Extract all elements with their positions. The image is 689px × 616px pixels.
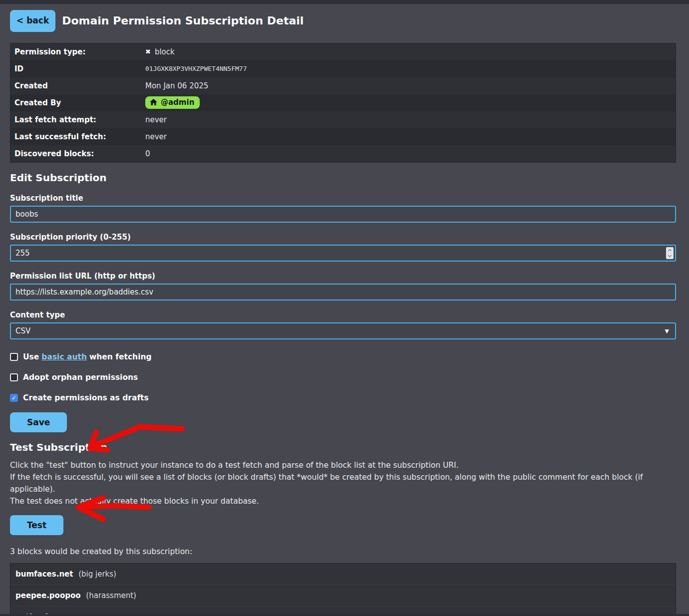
page-title: Domain Permission Subscription Detail bbox=[62, 14, 304, 27]
test-description: Click the "test" button to instruct your… bbox=[10, 459, 676, 507]
permission-type-value: block bbox=[155, 47, 175, 56]
edit-subscription-heading: Edit Subscription bbox=[10, 172, 676, 184]
test-description-line: If the fetch is successful, you will see… bbox=[10, 471, 676, 495]
created-by-admin-badge[interactable]: @admin bbox=[145, 96, 200, 109]
basic-auth-checkbox-label: Use basic auth when fetching bbox=[23, 352, 152, 361]
basic-auth-checkbox-row: Use basic auth when fetching bbox=[10, 352, 676, 361]
subscription-title-input[interactable] bbox=[10, 206, 676, 223]
block-x-icon: ✖ bbox=[145, 48, 151, 55]
created-date-value: Mon Jan 06 2025 bbox=[145, 81, 208, 90]
table-row-created-by: Created By @admin bbox=[10, 94, 676, 111]
block-domain: peepee.poopoo bbox=[15, 591, 81, 600]
permission-list-url-label: Permission list URL (http or https) bbox=[10, 272, 676, 281]
list-item: nothanks.com bbox=[10, 606, 676, 614]
adopt-orphans-checkbox[interactable] bbox=[10, 373, 18, 381]
table-row-created: Created Mon Jan 06 2025 bbox=[10, 77, 676, 94]
basic-auth-label-prefix: Use bbox=[23, 352, 39, 361]
last-fetch-attempt-value: never bbox=[145, 115, 167, 124]
table-row-permission-type: Permission type: ✖ block bbox=[10, 43, 676, 60]
create-drafts-checkbox-label: Create permissions as drafts bbox=[23, 393, 149, 402]
row-label: ID bbox=[14, 64, 145, 73]
domain-permission-subscription-detail-page: < back Domain Permission Subscription De… bbox=[0, 4, 689, 614]
content-type-select[interactable]: CSV ▼ bbox=[10, 322, 676, 339]
list-item: bumfaces.net (big jerks) bbox=[10, 564, 676, 585]
row-label: Created bbox=[14, 81, 145, 90]
list-item: peepee.poopoo (harassment) bbox=[10, 585, 676, 606]
subscription-title-label: Subscription title bbox=[10, 194, 676, 203]
subscription-priority-label: Subscription priority (0-255) bbox=[10, 233, 676, 242]
row-label: Permission type: bbox=[14, 47, 145, 56]
row-label: Created By bbox=[14, 98, 145, 107]
page-header: < back Domain Permission Subscription De… bbox=[10, 10, 676, 32]
home-icon bbox=[150, 99, 157, 106]
number-stepper[interactable] bbox=[666, 247, 674, 259]
subscription-priority-input[interactable] bbox=[10, 245, 676, 262]
row-label: Last successful fetch: bbox=[14, 132, 145, 141]
adopt-orphans-checkbox-label: Adopt orphan permissions bbox=[23, 373, 138, 382]
chevron-down-icon: ▼ bbox=[665, 327, 669, 334]
test-button[interactable]: Test bbox=[10, 515, 63, 535]
create-drafts-checkbox-row: ✓ Create permissions as drafts bbox=[10, 393, 676, 402]
block-domain: bumfaces.net bbox=[15, 570, 73, 579]
content-type-selected-value: CSV bbox=[15, 326, 30, 335]
row-label: Last fetch attempt: bbox=[14, 115, 145, 124]
basic-auth-checkbox[interactable] bbox=[10, 353, 18, 361]
test-description-line: Click the "test" button to instruct your… bbox=[10, 459, 676, 471]
block-comment: (big jerks) bbox=[78, 570, 116, 579]
row-value: ✖ block bbox=[145, 47, 175, 56]
content-type-label: Content type bbox=[10, 310, 676, 319]
save-button[interactable]: Save bbox=[10, 412, 67, 432]
discovered-blocks-value: 0 bbox=[145, 149, 150, 158]
table-row-last-successful-fetch: Last successful fetch: never bbox=[10, 128, 676, 145]
block-comment: (harassment) bbox=[86, 591, 136, 600]
subscription-details-table: Permission type: ✖ block ID 01JGXK8XP3VH… bbox=[10, 43, 676, 163]
basic-auth-link[interactable]: basic auth bbox=[41, 352, 87, 361]
table-row-last-fetch-attempt: Last fetch attempt: never bbox=[10, 111, 676, 128]
block-domain: nothanks.com bbox=[15, 613, 75, 614]
adopt-orphans-checkbox-row: Adopt orphan permissions bbox=[10, 373, 676, 382]
test-result-blocks-list: bumfaces.net (big jerks) peepee.poopoo (… bbox=[10, 563, 676, 614]
created-by-username: @admin bbox=[161, 98, 194, 107]
create-drafts-checkbox[interactable]: ✓ bbox=[10, 394, 18, 402]
test-subscription-heading: Test Subscription bbox=[10, 441, 676, 453]
basic-auth-label-suffix: when fetching bbox=[89, 352, 152, 361]
row-value: @admin bbox=[145, 96, 200, 109]
test-result-summary: 3 blocks would be created by this subscr… bbox=[10, 547, 676, 556]
stepper-down-icon[interactable] bbox=[668, 254, 672, 257]
table-row-discovered-blocks: Discovered blocks: 0 bbox=[10, 145, 676, 162]
row-label: Discovered blocks: bbox=[14, 149, 145, 158]
last-successful-fetch-value: never bbox=[145, 132, 167, 141]
subscription-id-value: 01JGXK8XP3VHXZPWET4NN5FM77 bbox=[145, 65, 247, 72]
back-button[interactable]: < back bbox=[10, 10, 55, 32]
table-row-id: ID 01JGXK8XP3VHXZPWET4NN5FM77 bbox=[10, 60, 676, 77]
permission-list-url-input[interactable] bbox=[10, 284, 676, 301]
test-description-line: The test does not actually create those … bbox=[10, 495, 676, 507]
stepper-up-icon[interactable] bbox=[668, 249, 672, 253]
